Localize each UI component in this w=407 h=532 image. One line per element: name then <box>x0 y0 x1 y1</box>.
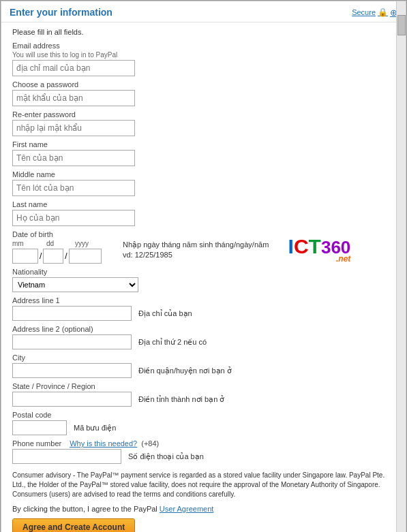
dob-sep-2: / <box>63 251 68 261</box>
lock-icon: 🔒 <box>378 7 388 17</box>
dob-labels: mm dd yyyy <box>12 240 108 247</box>
nationality-label: Nationality <box>12 268 395 276</box>
phone-hint: Số điện thoại của bạn <box>128 452 204 461</box>
postal-label: Postal code <box>12 411 395 419</box>
nationality-field-group: Nationality Vietnam <box>12 268 395 292</box>
address1-field-group: Address line 1 Địa chỉ của bạn <box>12 296 395 321</box>
middlename-label: Middle name <box>12 170 395 178</box>
agreement-paragraph: By clicking the button, I agree to the P… <box>12 505 395 513</box>
postal-hint: Mã bưu điện <box>74 424 116 433</box>
ict-logo: ICT360 .net <box>288 236 351 264</box>
dob-mm-input[interactable] <box>12 249 38 264</box>
address1-row: Địa chỉ của bạn <box>12 306 395 321</box>
advisory-text: Consumer advisory - The PayPal™ payment … <box>12 471 395 499</box>
repassword-input[interactable] <box>12 120 135 136</box>
city-hint: Điền quận/huyện nơi bạn ở <box>138 366 232 375</box>
phone-row: Số điện thoại của bạn <box>12 449 395 464</box>
address2-input[interactable] <box>12 334 132 349</box>
firstname-field-group: First name <box>12 140 395 166</box>
scrollbar[interactable] <box>396 1 406 532</box>
address2-field-group: Address line 2 (optional) Địa chỉ thứ 2 … <box>12 325 395 349</box>
page-title: Enter your information <box>10 7 112 18</box>
city-label: City <box>12 354 395 362</box>
state-input[interactable] <box>12 392 132 407</box>
dob-sep-1: / <box>38 251 43 261</box>
create-account-button[interactable]: Agree and Create Account <box>12 518 135 532</box>
password-field-group: Choose a password <box>12 80 395 106</box>
fill-instruction: Please fill in all fields. <box>12 28 395 36</box>
scrollbar-thumb[interactable] <box>397 15 406 35</box>
postal-input[interactable] <box>12 420 67 435</box>
password-input[interactable] <box>12 90 135 106</box>
address2-label: Address line 2 (optional) <box>12 325 395 333</box>
state-field-group: State / Province / Region Điền tỉnh thàn… <box>12 382 395 407</box>
address1-hint: Địa chỉ của bạn <box>138 309 192 318</box>
ict-i-letter: I <box>288 235 294 257</box>
state-row: Điền tỉnh thành nơi bạn ở <box>12 392 395 407</box>
dob-dd-input[interactable] <box>43 249 63 264</box>
email-field-group: Email address You will use this to log i… <box>12 42 395 76</box>
middlename-input[interactable] <box>12 180 135 196</box>
postal-field-group: Postal code Mã bưu điện <box>12 411 395 435</box>
address2-row: Địa chỉ thứ 2 nếu có <box>12 334 395 349</box>
lastname-input[interactable] <box>12 210 135 226</box>
dob-yyyy-input[interactable] <box>69 249 102 264</box>
city-input[interactable] <box>12 363 132 378</box>
dob-field-group: Date of birth mm dd yyyy / <box>12 230 395 264</box>
address1-input[interactable] <box>12 306 132 321</box>
ict-c-letter: C <box>294 235 309 257</box>
lastname-field-group: Last name <box>12 200 395 226</box>
address1-label: Address line 1 <box>12 296 395 304</box>
form-content: Please fill in all fields. Email address… <box>1 22 406 532</box>
dob-hint: Nhập ngày tháng năm sinh tháng/ngày/năm … <box>123 240 269 261</box>
repassword-label: Re-enter password <box>12 110 395 119</box>
phone-country-code: (+84) <box>141 439 159 448</box>
phone-input[interactable] <box>12 449 121 464</box>
phone-why-link[interactable]: Why is this needed? <box>70 439 137 448</box>
form-header: Enter your information Secure 🔒 ⊕ <box>1 1 406 22</box>
password-label: Choose a password <box>12 80 395 89</box>
repassword-field-group: Re-enter password <box>12 110 395 136</box>
email-input[interactable] <box>12 60 135 76</box>
secure-indicator: Secure 🔒 ⊕ <box>352 7 397 18</box>
postal-row: Mã bưu điện <box>12 420 395 435</box>
email-label: Email address <box>12 42 395 50</box>
ict-t-letter: T <box>309 235 321 257</box>
address2-hint: Địa chỉ thứ 2 nếu có <box>138 338 207 347</box>
nationality-select[interactable]: Vietnam <box>12 277 138 292</box>
state-label: State / Province / Region <box>12 382 395 390</box>
user-agreement-link[interactable]: User Agreement <box>160 505 213 513</box>
firstname-input[interactable] <box>12 150 135 166</box>
dob-row: / / <box>12 249 108 264</box>
firstname-label: First name <box>12 140 395 148</box>
phone-label: Phone number <box>12 439 61 448</box>
lastname-label: Last name <box>12 200 395 208</box>
phone-label-row: Phone number Why is this needed? (+84) <box>12 439 395 448</box>
dob-inputs: mm dd yyyy / / <box>12 240 108 264</box>
middlename-field-group: Middle name <box>12 170 395 196</box>
phone-field-group: Phone number Why is this needed? (+84) S… <box>12 439 395 464</box>
city-field-group: City Điền quận/huyện nơi bạn ở <box>12 354 395 378</box>
email-sublabel: You will use this to log in to PayPal <box>12 51 395 59</box>
agreement-text: By clicking the button, I agree to the P… <box>12 505 157 513</box>
city-row: Điền quận/huyện nơi bạn ở <box>12 363 395 378</box>
state-hint: Điền tỉnh thành nơi bạn ở <box>138 395 224 404</box>
